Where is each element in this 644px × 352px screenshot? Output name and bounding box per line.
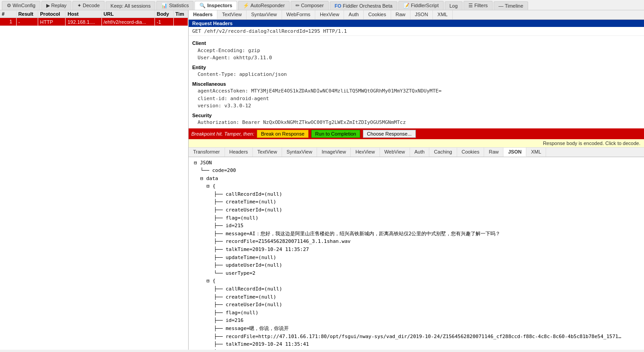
resp-tab-caching[interactable]: Caching bbox=[429, 148, 457, 157]
section-client-title: Client bbox=[192, 40, 640, 47]
cell-url: /ehf/v2/record-dia... bbox=[101, 18, 154, 26]
inspectors-icon: 🔍 bbox=[199, 3, 206, 8]
tab-composer[interactable]: ✏ Composer bbox=[291, 1, 329, 10]
main-toolbar: ⚙ WinConfig ▶ Replay ✦ Decode Keep: All … bbox=[0, 0, 644, 10]
breakpoint-bar: Breakpoint hit. Tamper, then: Break on R… bbox=[189, 128, 644, 139]
decode-icon: ✦ bbox=[77, 3, 81, 8]
breakpoint-label: Breakpoint hit. Tamper, then: bbox=[191, 131, 254, 136]
session-table: # Result Protocol Host URL Body Tim 1 - … bbox=[0, 10, 188, 26]
col-result: Result bbox=[16, 10, 38, 18]
tab-fiddlerscript[interactable]: 📝 FiddlerScript bbox=[398, 1, 444, 10]
fiddlerscript-icon: 📝 bbox=[403, 3, 410, 8]
tab-hexview[interactable]: HexView bbox=[315, 10, 344, 19]
tab-auth[interactable]: Auth bbox=[344, 10, 364, 19]
tab-headers[interactable]: Headers bbox=[189, 10, 217, 19]
autoresponder-icon: ⚡ bbox=[243, 3, 249, 8]
header-client-id: client-id: android-agent bbox=[192, 95, 640, 103]
tab-cookies[interactable]: Cookies bbox=[364, 10, 391, 19]
tab-textview[interactable]: TextView bbox=[217, 10, 247, 19]
encoded-notice[interactable]: Response body is encoded. Click to decod… bbox=[189, 139, 644, 148]
section-miscellaneous: Miscellaneous agentAccessToken: MTY3MjE4… bbox=[192, 80, 640, 110]
resp-tab-auth[interactable]: Auth bbox=[410, 148, 430, 157]
response-tab-bar: Transformer Headers TextView SyntaxView … bbox=[189, 148, 644, 157]
cell-body: -1 bbox=[154, 18, 173, 26]
json-updateuserid-1: ├── updateUserId=(null) bbox=[192, 261, 640, 269]
winconfig-icon: ⚙ bbox=[7, 3, 11, 8]
resp-tab-imageview[interactable]: ImageView bbox=[317, 148, 351, 157]
json-createuserid-1: ├── createUserId=(null) bbox=[192, 206, 640, 214]
resp-tab-headers[interactable]: Headers bbox=[225, 148, 253, 157]
request-url-line: GET /ehf/v2/record-dialog?callRecordId=1… bbox=[189, 27, 644, 36]
json-id-1: ├── id=215 bbox=[192, 222, 640, 230]
run-to-completion-button[interactable]: Run to Completion bbox=[311, 130, 360, 138]
composer-icon: ✏ bbox=[296, 3, 300, 8]
header-authorization: Authorization: Bearer NzQxODkxNGMtZTkwOC… bbox=[192, 119, 640, 127]
cell-tim bbox=[173, 18, 188, 26]
request-tab-bar: Headers TextView SyntaxView WebForms Hex… bbox=[189, 10, 644, 20]
resp-tab-hexview[interactable]: HexView bbox=[351, 148, 379, 157]
break-on-response-button[interactable]: Break on Response bbox=[257, 130, 309, 138]
json-message-1: ├── message=AI：您好，我这边是阿里山庄售楼处的，绍兴高铁新城内，距… bbox=[192, 230, 640, 238]
resp-tab-xml[interactable]: XML bbox=[526, 148, 546, 157]
header-version: version: v3.3.0-12 bbox=[192, 102, 640, 110]
timeline-icon: — bbox=[498, 3, 503, 9]
tab-autoresponder[interactable]: ⚡ AutoResponder bbox=[238, 1, 290, 10]
row-icon bbox=[2, 19, 7, 25]
header-agent-token: agentAccessToken: MTY3MjE4MzE4OS1kZDAxND… bbox=[192, 88, 640, 95]
tab-winconfig[interactable]: ⚙ WinConfig bbox=[2, 1, 40, 10]
json-talktime-2: ├── talkTime=2019-10-24 11:35:41 bbox=[192, 340, 640, 348]
table-row[interactable]: 1 - HTTP 192.168.1.... /ehf/v2/record-di… bbox=[0, 18, 188, 26]
resp-tab-raw[interactable]: Raw bbox=[484, 148, 503, 157]
resp-tab-textview[interactable]: TextView bbox=[253, 148, 282, 157]
resp-tab-transformer[interactable]: Transformer bbox=[189, 148, 225, 157]
tab-json[interactable]: JSON bbox=[410, 10, 433, 19]
json-id-2: ├── id=216 bbox=[192, 317, 640, 325]
statistics-icon: 📊 bbox=[161, 3, 168, 8]
tab-inspectors[interactable]: 🔍 Inspectors bbox=[194, 1, 237, 10]
tab-keepall[interactable]: Keep: All sessions bbox=[106, 1, 155, 10]
resp-tab-json[interactable]: JSON bbox=[503, 148, 526, 157]
right-panel: Headers TextView SyntaxView WebForms Hex… bbox=[189, 10, 644, 350]
section-entity: Entity Content-Type: application/json bbox=[192, 64, 640, 79]
tab-fiddlerorchestra[interactable]: FO Fiddler Orchestra Beta bbox=[330, 1, 397, 10]
header-user-agent: User-Agent: okhttp/3.11.0 bbox=[192, 54, 640, 62]
section-misc-title: Miscellaneous bbox=[192, 80, 640, 88]
col-tim: Tim bbox=[173, 10, 188, 18]
cell-protocol: HTTP bbox=[38, 18, 66, 26]
tab-decode[interactable]: ✦ Decode bbox=[72, 1, 105, 10]
tab-log[interactable]: Log bbox=[445, 1, 463, 10]
json-createtime-2: ├── createTime=(null) bbox=[192, 293, 640, 301]
table-header-row: # Result Protocol Host URL Body Tim bbox=[0, 10, 188, 18]
section-security: Security Authorization: Bearer NzQxODkxN… bbox=[192, 112, 640, 127]
request-headers-title: Request Headers bbox=[189, 20, 644, 27]
json-usertype-1: └── userType=2 bbox=[192, 269, 640, 277]
cell-host: 192.168.1.... bbox=[66, 18, 101, 26]
json-code: └── code=200 bbox=[192, 167, 640, 175]
left-panel: # Result Protocol Host URL Body Tim 1 - … bbox=[0, 10, 189, 350]
tab-statistics[interactable]: 📊 Statistics bbox=[156, 1, 194, 10]
json-updatetime-2: ├── updateTime=(null) bbox=[192, 348, 640, 350]
json-obj1-open: ⊟ { bbox=[192, 182, 640, 190]
choose-response-button[interactable]: Choose Response... bbox=[363, 130, 416, 138]
json-data: ⊟ data bbox=[192, 175, 640, 183]
section-security-title: Security bbox=[192, 112, 640, 119]
replay-icon: ▶ bbox=[46, 3, 50, 8]
tab-filters[interactable]: ☰ Filters bbox=[463, 1, 493, 10]
col-host: Host bbox=[66, 10, 101, 18]
json-createuserid-2: ├── createUserId=(null) bbox=[192, 301, 640, 309]
resp-tab-cookies[interactable]: Cookies bbox=[457, 148, 485, 157]
main-layout: # Result Protocol Host URL Body Tim 1 - … bbox=[0, 10, 644, 350]
tab-xml[interactable]: XML bbox=[433, 10, 453, 19]
tab-raw[interactable]: Raw bbox=[391, 10, 410, 19]
resp-tab-syntaxview[interactable]: SyntaxView bbox=[282, 148, 317, 157]
resp-tab-webview[interactable]: WebView bbox=[380, 148, 410, 157]
tab-replay[interactable]: ▶ Replay bbox=[41, 1, 71, 10]
json-talktime-1: ├── talkTime=2019-10-24 11:35:27 bbox=[192, 246, 640, 254]
tab-timeline[interactable]: — Timeline bbox=[494, 1, 528, 10]
filters-icon: ☰ bbox=[468, 3, 473, 8]
col-body: Body bbox=[154, 10, 173, 18]
section-client: Client Accept-Encoding: gzip User-Agent:… bbox=[192, 40, 640, 62]
tab-webforms[interactable]: WebForms bbox=[282, 10, 316, 19]
header-content-type: Content-Type: application/json bbox=[192, 71, 640, 79]
tab-syntaxview[interactable]: SyntaxView bbox=[247, 10, 282, 19]
